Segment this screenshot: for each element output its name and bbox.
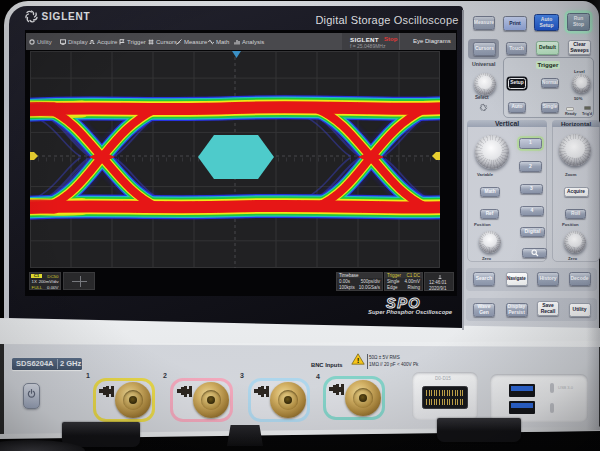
svg-text:!: !: [357, 356, 360, 365]
